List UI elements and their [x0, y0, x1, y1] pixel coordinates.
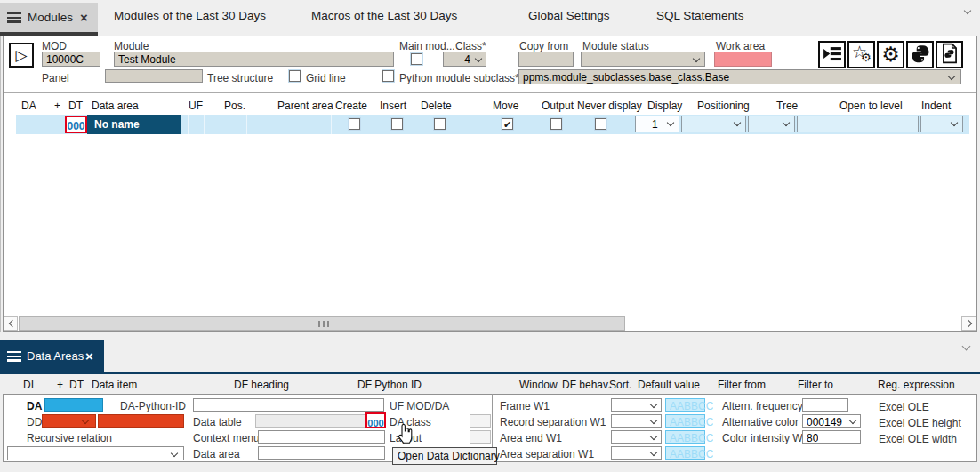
cell-separator	[204, 115, 205, 134]
collapse-chevron-icon[interactable]	[962, 342, 971, 351]
da-class-field[interactable]	[470, 414, 491, 428]
col-indent: Indent	[921, 100, 951, 112]
col-never-display: Never display	[577, 100, 642, 112]
area-end-w1-select[interactable]	[611, 430, 662, 444]
col-da: DA	[21, 100, 36, 112]
col-default-value: Default value	[638, 379, 700, 391]
col-reg-expression: Reg. expression	[878, 379, 955, 391]
altern-frequency-input[interactable]	[802, 398, 848, 412]
col-display: Display	[647, 100, 682, 112]
class-select[interactable]: 4	[443, 52, 486, 67]
col-dt: DT	[69, 379, 84, 391]
cell-separator	[188, 115, 189, 134]
grid-line-checkbox[interactable]	[289, 70, 301, 82]
python-button[interactable]	[906, 41, 934, 68]
tab-data-areas[interactable]: Data Areas ×	[0, 340, 104, 372]
recursive-relation-select[interactable]	[7, 446, 184, 460]
mod-field[interactable]: 10000C	[42, 52, 100, 67]
tab-macros-last-30-days[interactable]: Macros of the Last 30 Days	[311, 9, 457, 22]
display-select[interactable]: 1	[635, 116, 679, 132]
positioning-select[interactable]	[681, 116, 746, 132]
excel-ole-height-label: Excel OLE height	[879, 417, 961, 429]
hamburger-icon[interactable]	[7, 12, 21, 23]
col-plus[interactable]: +	[57, 379, 63, 391]
col-output: Output	[542, 100, 574, 112]
close-icon[interactable]: ×	[85, 350, 93, 363]
excel-ole-label: Excel OLE	[879, 401, 929, 413]
hamburger-icon[interactable]	[7, 351, 21, 362]
ddi-select[interactable]	[42, 414, 96, 428]
settings-button[interactable]: ⚙	[877, 41, 904, 68]
run-macro-button[interactable]	[818, 41, 846, 68]
ddi-field[interactable]	[98, 414, 184, 428]
output-checkbox[interactable]	[550, 118, 562, 130]
gear-icon: ⚙	[881, 43, 900, 66]
check-icon: ✔	[503, 119, 511, 130]
layout-field[interactable]	[470, 430, 491, 444]
da-field[interactable]	[44, 398, 103, 412]
cell-separator	[246, 115, 247, 134]
col-filter-to: Filter to	[798, 379, 833, 391]
main-mod-checkbox[interactable]	[411, 53, 422, 65]
col-create: Create	[335, 100, 367, 112]
tab-modules-last-30-days[interactable]: Modules of the Last 30 Days	[114, 9, 266, 22]
delete-checkbox[interactable]	[434, 118, 446, 130]
run-module-button[interactable]: ▷	[9, 43, 34, 68]
application-window: Modules × Modules of the Last 30 Days Ma…	[0, 0, 980, 472]
row-dt-cell[interactable]: 000	[65, 116, 87, 133]
da-python-id-input[interactable]	[193, 398, 384, 412]
col-plus[interactable]: +	[54, 100, 60, 112]
context-menu-input[interactable]	[258, 430, 385, 444]
col-filter-from: Filter from	[718, 379, 766, 391]
col-positioning: Positioning	[697, 100, 750, 112]
open-to-level-cell[interactable]	[797, 116, 919, 132]
tab-modules[interactable]: Modules ×	[0, 3, 98, 32]
area-end-w1-label: Area end W1	[500, 432, 562, 444]
work-area-field[interactable]	[714, 52, 772, 67]
python-subclass-checkbox[interactable]	[382, 70, 394, 82]
col-sort: Sort.	[609, 379, 631, 391]
area-separation-w1-color-field[interactable]: AABBCC	[665, 446, 705, 460]
record-separation-w1-select[interactable]	[611, 414, 662, 428]
row-data-area-cell[interactable]: No name	[87, 115, 181, 134]
color-intensity-input[interactable]: 80	[802, 430, 861, 444]
favorites-settings-button[interactable]: ☆ ⚙	[847, 41, 875, 68]
col-df-python-id: DF Python ID	[357, 379, 422, 391]
tab-sql-statements[interactable]: SQL Statements	[656, 9, 744, 22]
create-checkbox[interactable]	[349, 118, 360, 130]
frame-w1-select[interactable]	[611, 398, 662, 412]
record-separation-w1-color-field[interactable]: AABBCC	[665, 414, 705, 428]
area-separation-w1-select[interactable]	[611, 446, 662, 460]
col-open-to-level: Open to level	[839, 100, 903, 112]
play-icon: ▷	[15, 46, 27, 64]
close-icon[interactable]: ×	[80, 12, 88, 24]
python-subclass-select[interactable]: ppms.module_subclasses.base_class.Base	[518, 69, 961, 84]
col-insert: Insert	[380, 100, 406, 112]
panel-label: Panel	[42, 72, 69, 84]
scroll-right-button[interactable]	[961, 316, 976, 331]
panel-field[interactable]	[105, 69, 203, 83]
alternative-color-select[interactable]: 000149	[802, 414, 861, 428]
data-area-input[interactable]	[258, 446, 385, 460]
scroll-left-button[interactable]	[4, 316, 18, 331]
python-file-button[interactable]	[936, 41, 963, 68]
tree-select[interactable]	[748, 116, 795, 132]
copy-from-label: Copy from	[519, 40, 568, 52]
module-label: Module	[114, 40, 149, 52]
insert-checkbox[interactable]	[391, 118, 403, 130]
area-end-w1-color-field[interactable]: AABBCC	[665, 430, 705, 444]
module-status-select[interactable]	[581, 52, 705, 67]
indent-select[interactable]	[920, 116, 963, 132]
tab-global-settings[interactable]: Global Settings	[528, 9, 610, 22]
data-dictionary-badge[interactable]: 000	[365, 412, 386, 428]
scrollbar-thumb[interactable]	[19, 316, 625, 331]
copy-from-field[interactable]	[518, 52, 574, 67]
run-list-icon	[823, 44, 842, 64]
never-display-checkbox[interactable]	[595, 118, 606, 130]
small-gear-icon: ⚙	[861, 51, 872, 64]
module-field[interactable]: Test Module	[114, 52, 394, 67]
move-checkbox[interactable]: ✔	[502, 118, 513, 130]
frame-w1-label: Frame W1	[500, 400, 550, 412]
frame-w1-color-field[interactable]: AABBCC	[665, 398, 705, 412]
module-status-label: Module status	[582, 40, 649, 52]
